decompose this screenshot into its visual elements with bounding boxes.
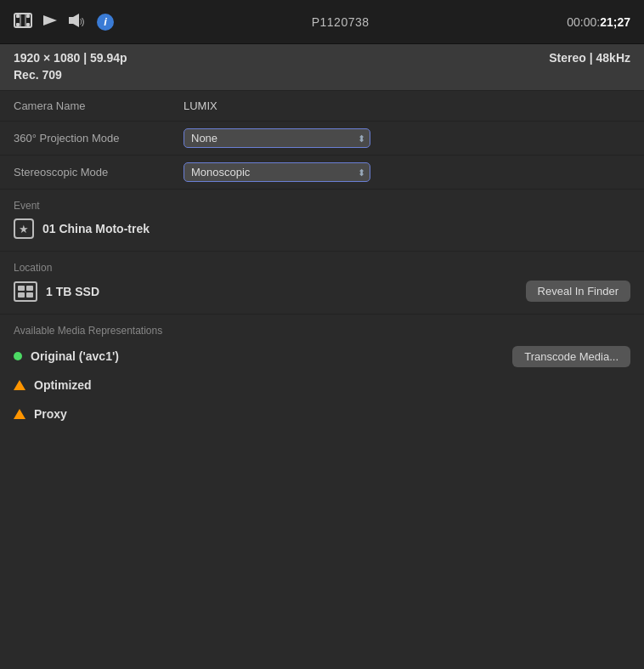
location-name: 1 TB SSD: [46, 285, 99, 298]
table-row: Stereoscopic Mode Monoscopic Side by Sid…: [0, 156, 644, 189]
meta-bar: 1920 × 1080 | 59.94p Stereo | 48kHz Rec.…: [0, 44, 644, 91]
media-section-label: Available Media Representations: [14, 325, 630, 337]
proxy-label: Proxy: [34, 407, 67, 421]
speaker-icon[interactable]: ) ): [68, 13, 87, 31]
media-item-optimized: Optimized: [14, 374, 630, 396]
event-name: 01 China Moto-trek: [42, 222, 150, 235]
projection-value[interactable]: None Equirectangular Cubic: [184, 128, 630, 148]
svg-marker-9: [73, 14, 79, 27]
event-icon: ★: [14, 218, 34, 239]
timecode: 00:00:21;27: [567, 15, 630, 29]
original-label: Original ('avc1'): [31, 349, 119, 363]
event-content: ★ 01 China Moto-trek: [14, 218, 630, 239]
stereoscopic-select-wrapper[interactable]: Monoscopic Side by Side Over/Under: [184, 162, 370, 182]
svg-rect-1: [16, 14, 20, 18]
event-section-label: Event: [14, 200, 630, 212]
svg-rect-8: [69, 17, 73, 24]
table-row: 360° Projection Mode None Equirectangula…: [0, 122, 644, 156]
location-icon: [14, 281, 37, 302]
media-item-proxy: Proxy: [14, 403, 630, 425]
projection-select-wrapper[interactable]: None Equirectangular Cubic: [184, 128, 370, 148]
projection-select[interactable]: None Equirectangular Cubic: [184, 128, 370, 148]
properties-table: Camera Name LUMIX 360° Projection Mode N…: [0, 91, 644, 190]
svg-marker-7: [43, 15, 57, 26]
transcode-media-button[interactable]: Transcode Media...: [512, 346, 630, 367]
color-space-label: Rec. 709: [14, 68, 62, 82]
stereoscopic-value[interactable]: Monoscopic Side by Side Over/Under: [184, 162, 630, 182]
location-section: Location 1 TB SSD Reveal In Finder: [0, 252, 644, 315]
location-content: 1 TB SSD Reveal In Finder: [14, 281, 630, 302]
camera-name-value: LUMIX: [184, 99, 630, 112]
svg-rect-3: [16, 23, 20, 26]
location-section-label: Location: [14, 262, 630, 274]
svg-rect-2: [26, 14, 30, 18]
media-item-left: Optimized: [14, 378, 92, 392]
event-section: Event ★ 01 China Moto-trek: [0, 190, 644, 252]
svg-rect-4: [26, 23, 30, 26]
clip-name: P1120738: [114, 15, 567, 29]
resolution-label: 1920 × 1080 | 59.94p: [14, 51, 127, 65]
optimized-status-icon: [14, 380, 25, 390]
stereoscopic-select[interactable]: Monoscopic Side by Side Over/Under: [184, 162, 370, 182]
toolbar: ) ) i P1120738 00:00:21;27: [0, 0, 644, 44]
proxy-status-icon: [14, 409, 25, 419]
location-left: 1 TB SSD: [14, 281, 99, 302]
projection-label: 360° Projection Mode: [14, 132, 184, 145]
stereoscopic-label: Stereoscopic Mode: [14, 166, 184, 179]
table-row: Camera Name LUMIX: [0, 91, 644, 122]
reveal-in-finder-button[interactable]: Reveal In Finder: [526, 281, 630, 302]
toolbar-icons: ) ) i: [14, 13, 114, 31]
camera-name-label: Camera Name: [14, 99, 184, 112]
svg-text:): ): [82, 17, 84, 26]
film-icon[interactable]: [14, 13, 32, 31]
info-icon[interactable]: i: [97, 14, 114, 31]
media-item-left: Original ('avc1'): [14, 349, 119, 363]
original-status-icon: [14, 352, 22, 360]
optimized-label: Optimized: [34, 378, 92, 392]
media-representations-section: Available Media Representations Original…: [0, 315, 644, 442]
media-item-original: Original ('avc1') Transcode Media...: [14, 345, 630, 367]
audio-label: Stereo | 48kHz: [549, 51, 630, 65]
flag-icon[interactable]: [42, 13, 58, 31]
media-item-left: Proxy: [14, 407, 67, 421]
